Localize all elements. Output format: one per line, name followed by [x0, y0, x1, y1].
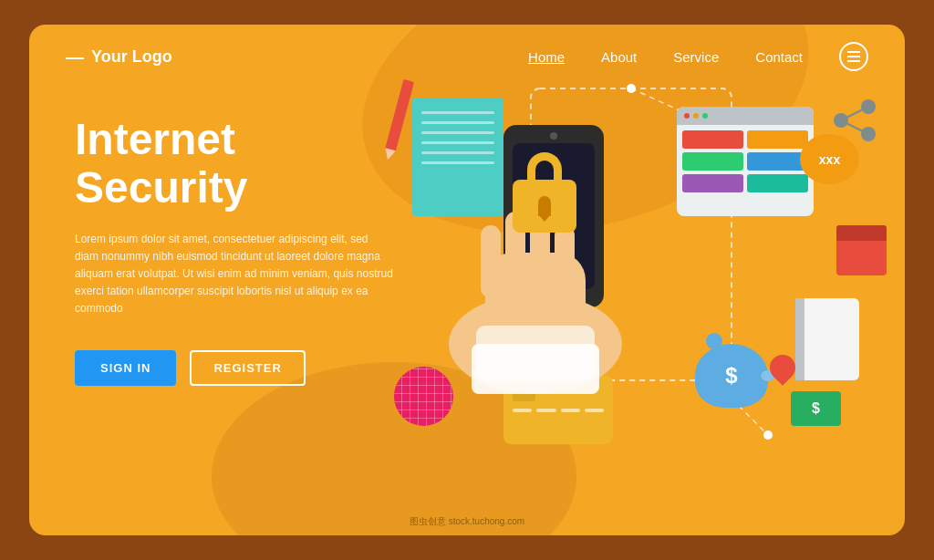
monitor-header — [677, 107, 814, 125]
piggy-ear-left — [706, 333, 722, 349]
notebook-line-4 — [421, 141, 494, 144]
hero-content: Internet Security Lorem ipsum dolor sit … — [75, 116, 394, 386]
svg-point-5 — [763, 430, 773, 440]
piggy-bank-illustration: $ — [695, 344, 768, 408]
card-num-4 — [585, 409, 604, 412]
watermark: 图虫创意 stock.tuchong.com — [410, 515, 524, 528]
logo-dash: — — [66, 47, 84, 67]
menu-lines — [847, 51, 860, 62]
lock-keyhole — [538, 196, 551, 216]
lock-illustration — [513, 180, 576, 233]
header: — Your Logo Home About Service Contact — [29, 25, 905, 88]
illustration-area: xxx $ — [385, 79, 887, 499]
book-cover — [795, 298, 859, 380]
monitor-content — [677, 125, 814, 198]
nav-contact[interactable]: Contact — [755, 49, 803, 65]
logo-text: Your Logo — [91, 47, 172, 67]
share-icon — [827, 93, 882, 148]
monitor-dot-red — [684, 113, 690, 119]
monitor-block-6 — [747, 174, 808, 192]
monitor-illustration — [677, 107, 814, 216]
chat-text: xxx — [819, 152, 840, 167]
menu-line-3 — [847, 60, 860, 62]
gift-box-illustration — [836, 225, 887, 275]
piggy-dollar-sign: $ — [725, 363, 737, 389]
card-num-2 — [536, 409, 555, 412]
monitor-block-4 — [747, 152, 808, 171]
book-illustration — [795, 298, 868, 389]
money-symbol: $ — [812, 400, 820, 417]
svg-rect-8 — [481, 225, 501, 298]
monitor-dot-yellow — [693, 113, 699, 119]
card-numbers — [513, 409, 604, 412]
notebook-line-1 — [421, 111, 494, 114]
menu-line-2 — [847, 56, 860, 57]
gift-body — [836, 241, 887, 275]
notebook-line-5 — [421, 151, 494, 154]
lock-body — [513, 180, 576, 233]
gift-lid — [836, 225, 887, 242]
notebook-line-2 — [421, 121, 494, 124]
card-num-1 — [513, 409, 532, 412]
notebook-line-3 — [421, 131, 494, 134]
hero-description: Lorem ipsum dolor sit amet, consectetuer… — [75, 231, 394, 318]
hero-title-line2: Security — [75, 163, 247, 212]
nav-about[interactable]: About — [601, 49, 637, 65]
signin-button[interactable]: SIGN IN — [75, 350, 176, 386]
monitor-block-1 — [682, 130, 743, 149]
hero-buttons: SIGN IN REGISTER — [75, 350, 394, 386]
phone-camera-dot — [550, 132, 557, 140]
money-bill-illustration: $ — [791, 391, 841, 426]
svg-line-18 — [841, 120, 868, 134]
svg-line-17 — [841, 107, 868, 120]
svg-rect-13 — [472, 344, 599, 394]
svg-rect-11 — [555, 225, 575, 294]
navigation: Home About Service Contact — [528, 42, 868, 71]
logo: — Your Logo — [66, 47, 172, 67]
monitor-block-2 — [747, 130, 808, 149]
hero-title: Internet Security — [75, 116, 394, 213]
nav-home[interactable]: Home — [528, 49, 565, 65]
monitor-block-3 — [682, 152, 743, 171]
page-wrapper: — Your Logo Home About Service Contact I… — [29, 25, 905, 535]
location-pin-illustration — [770, 355, 795, 380]
monitor-dot-green — [702, 113, 708, 119]
pin-circle — [764, 349, 801, 386]
register-button[interactable]: REGISTER — [190, 350, 305, 386]
card-num-3 — [561, 409, 580, 412]
monitor-block-5 — [682, 174, 743, 192]
hero-title-line1: Internet — [75, 115, 235, 163]
nav-service[interactable]: Service — [673, 49, 719, 65]
hamburger-menu-icon[interactable] — [839, 42, 868, 71]
menu-line-1 — [847, 51, 860, 53]
